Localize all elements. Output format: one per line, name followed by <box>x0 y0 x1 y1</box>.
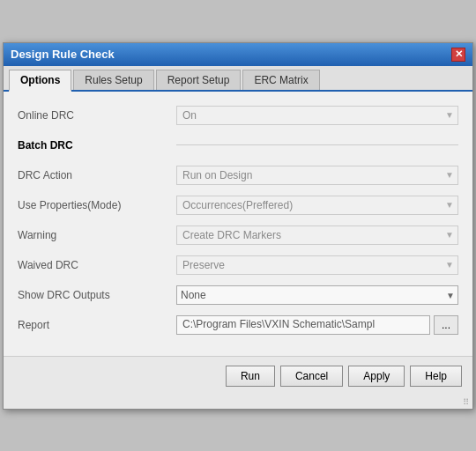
apply-button[interactable]: Apply <box>348 366 405 387</box>
show-drc-outputs-row: Show DRC Outputs None All ▼ <box>18 284 458 307</box>
report-input-row: C:\Program Files\VXIN Schematic\Sampl ..… <box>176 315 458 335</box>
report-path-display: C:\Program Files\VXIN Schematic\Sampl <box>176 315 430 335</box>
window-title: Design Rule Check <box>11 48 115 61</box>
online-drc-label: Online DRC <box>18 109 176 122</box>
use-properties-arrow-icon: ▼ <box>445 200 454 210</box>
waived-drc-row: Waived DRC Preserve ▼ <box>18 254 458 277</box>
warning-value: Create DRC Markers <box>182 229 281 241</box>
browse-button[interactable]: ... <box>434 315 458 335</box>
use-properties-control: Occurrences(Preffered) ▼ <box>176 196 458 215</box>
waived-drc-value: Preserve <box>182 259 225 271</box>
waived-drc-arrow-icon: ▼ <box>445 260 454 270</box>
online-drc-arrow-icon: ▼ <box>445 110 454 120</box>
tab-bar: Options Rules Setup Report Setup ERC Mat… <box>4 66 472 92</box>
use-properties-value: Occurrences(Preffered) <box>182 199 293 211</box>
online-drc-row: Online DRC On ▼ <box>18 104 458 127</box>
drc-action-row: DRC Action Run on Design ▼ <box>18 164 458 187</box>
tab-options[interactable]: Options <box>9 70 71 92</box>
use-properties-label: Use Properties(Mode) <box>18 199 176 211</box>
warning-label: Warning <box>18 229 176 241</box>
warning-control: Create DRC Markers ▼ <box>176 226 458 245</box>
warning-select[interactable]: Create DRC Markers ▼ <box>176 226 458 245</box>
resize-handle: ⠿ <box>4 396 472 409</box>
help-button[interactable]: Help <box>410 366 462 387</box>
report-control: C:\Program Files\VXIN Schematic\Sampl ..… <box>176 315 458 335</box>
waived-drc-label: Waived DRC <box>18 259 176 271</box>
cancel-button[interactable]: Cancel <box>280 366 343 387</box>
drc-action-label: DRC Action <box>18 169 176 181</box>
online-drc-value: On <box>182 109 197 122</box>
tab-rules-setup[interactable]: Rules Setup <box>73 70 153 90</box>
batch-drc-divider <box>176 144 458 145</box>
show-drc-outputs-wrapper: None All ▼ <box>176 285 458 305</box>
close-button[interactable]: ✕ <box>451 48 465 62</box>
design-rule-check-window: Design Rule Check ✕ Options Rules Setup … <box>3 42 473 410</box>
close-icon: ✕ <box>455 48 463 60</box>
show-drc-outputs-label: Show DRC Outputs <box>18 289 176 301</box>
batch-drc-label: Batch DRC <box>18 139 176 152</box>
warning-arrow-icon: ▼ <box>445 230 454 240</box>
waived-drc-select[interactable]: Preserve ▼ <box>176 255 458 275</box>
online-drc-select[interactable]: On ▼ <box>176 106 458 125</box>
warning-row: Warning Create DRC Markers ▼ <box>18 224 458 247</box>
run-button[interactable]: Run <box>226 366 275 387</box>
use-properties-select[interactable]: Occurrences(Preffered) ▼ <box>176 196 458 215</box>
online-drc-control: On ▼ <box>176 106 458 125</box>
drc-action-control: Run on Design ▼ <box>176 166 458 185</box>
show-drc-outputs-control: None All ▼ <box>176 285 458 305</box>
use-properties-row: Use Properties(Mode) Occurrences(Preffer… <box>18 194 458 217</box>
report-row: Report C:\Program Files\VXIN Schematic\S… <box>18 314 458 336</box>
tab-erc-matrix[interactable]: ERC Matrix <box>242 70 319 90</box>
footer: Run Cancel Apply Help <box>4 356 472 396</box>
drc-action-arrow-icon: ▼ <box>445 170 454 180</box>
show-drc-outputs-select[interactable]: None All <box>176 285 458 305</box>
drc-action-select[interactable]: Run on Design ▼ <box>176 166 458 185</box>
report-label: Report <box>18 319 176 331</box>
drc-action-value: Run on Design <box>182 169 252 181</box>
tab-report-setup[interactable]: Report Setup <box>156 70 242 90</box>
batch-drc-divider-wrapper <box>176 144 458 145</box>
waived-drc-control: Preserve ▼ <box>176 255 458 275</box>
batch-drc-row: Batch DRC <box>18 134 458 157</box>
title-bar: Design Rule Check ✕ <box>4 43 472 66</box>
options-content: Online DRC On ▼ Batch DRC DRC Action Run… <box>4 92 472 356</box>
